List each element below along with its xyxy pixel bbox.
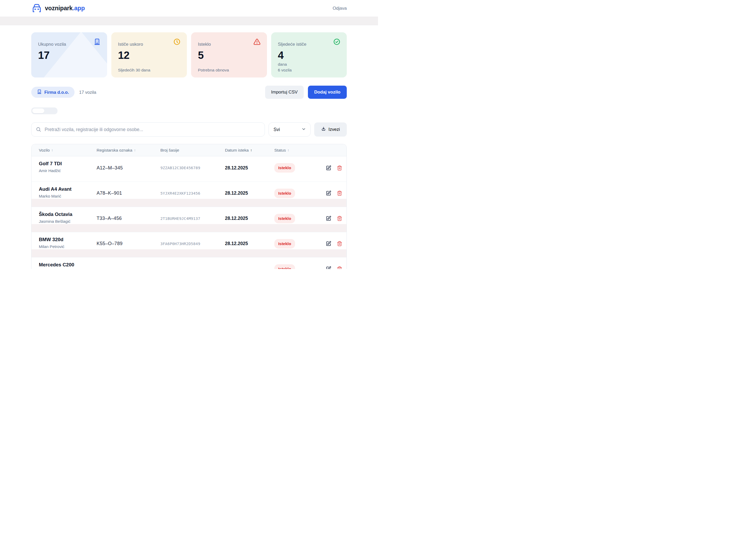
vehicle-name: Audi A4 Avant bbox=[39, 186, 97, 192]
check-circle-icon bbox=[333, 38, 341, 45]
column-header[interactable]: Datum isteka ↑ bbox=[225, 148, 274, 153]
status-filter-value: Svi bbox=[273, 127, 280, 133]
sort-asc-icon: ↑ bbox=[287, 148, 289, 152]
sort-asc-icon: ↑ bbox=[250, 148, 252, 152]
stat-card: Ukupno vozila 17 bbox=[31, 32, 107, 78]
stat-unit: dana bbox=[278, 62, 340, 67]
column-header[interactable]: Broj šasije ↑ bbox=[161, 148, 225, 153]
tab-kalendar[interactable] bbox=[44, 108, 57, 113]
export-label: Izvezi bbox=[328, 127, 340, 132]
vin-number: 9ZZAB12C3DE456789 bbox=[161, 166, 225, 170]
stat-label: Isteklo bbox=[198, 42, 260, 47]
delete-button[interactable] bbox=[336, 241, 343, 247]
owner-name: Amir Hadžić bbox=[39, 168, 97, 173]
status-badge: Isteklo bbox=[274, 214, 295, 223]
edit-button[interactable] bbox=[325, 165, 332, 171]
view-tabs bbox=[31, 107, 58, 114]
logout-link[interactable]: Odjava bbox=[333, 6, 347, 11]
column-label: Broj šasije bbox=[161, 148, 179, 153]
table-row[interactable]: Škoda Octavia Jasmina Bešlagić T33–A–456… bbox=[31, 207, 347, 232]
edit-button[interactable] bbox=[325, 241, 332, 247]
company-chip[interactable]: Firma d.o.o. bbox=[31, 87, 74, 98]
expiry-date: 28.12.2025 bbox=[225, 190, 274, 196]
vehicle-name: BMW 320d bbox=[39, 237, 97, 242]
column-header[interactable]: Registarska oznaka ↑ bbox=[97, 148, 161, 153]
edit-button[interactable] bbox=[325, 190, 332, 196]
delete-button[interactable] bbox=[336, 266, 343, 269]
brand-name: voznipark.app bbox=[45, 5, 85, 12]
stat-label: Ukupno vozila bbox=[38, 42, 100, 47]
building-icon bbox=[93, 38, 101, 45]
column-label: Vozilo bbox=[39, 148, 50, 153]
header-divider-band bbox=[0, 17, 378, 25]
vehicle-name: Golf 7 TDI bbox=[39, 161, 97, 167]
vehicle-count: 17 vozila bbox=[79, 90, 96, 95]
owner-name: Jasmina Bešlagić bbox=[39, 219, 97, 224]
vin-number: 3FA6P0H73HR2D5849 bbox=[161, 242, 225, 246]
edit-button[interactable] bbox=[325, 266, 332, 269]
stat-subtext: 6 vozila bbox=[278, 68, 292, 73]
table-body: Golf 7 TDI Amir Hadžić A12–M–345 9ZZAB12… bbox=[31, 156, 347, 269]
vin-number: 2T1BURHE9JC4M9137 bbox=[161, 216, 225, 221]
column-header[interactable]: Status ↑ bbox=[274, 148, 321, 153]
brand-logo: voznipark.app bbox=[31, 3, 85, 14]
expiry-date: 28.12.2025 bbox=[225, 165, 274, 171]
stat-card: Ističe uskoro 12 Sljedećih 30 dana bbox=[111, 32, 187, 78]
owner-name: Marko Marić bbox=[39, 194, 97, 198]
delete-button[interactable] bbox=[336, 190, 343, 196]
add-vehicle-button[interactable]: Dodaj vozilo bbox=[308, 86, 347, 99]
plate-number: T33–A–456 bbox=[97, 216, 161, 221]
column-label: Datum isteka bbox=[225, 148, 249, 153]
stat-subtext: Sljedećih 30 dana bbox=[118, 68, 150, 73]
stats-cards: Ukupno vozila 17 Ističe uskoro 12 Sljede… bbox=[31, 32, 347, 78]
stat-subtext: Potrebna obnova bbox=[198, 68, 229, 73]
vehicles-table: Vozilo ↑ Registarska oznaka ↑ Broj šasij… bbox=[31, 144, 347, 269]
expiry-date: 28.12.2025 bbox=[225, 241, 274, 246]
delete-button[interactable] bbox=[336, 165, 343, 171]
column-label: Status bbox=[274, 148, 286, 153]
app-header: voznipark.app Odjava bbox=[0, 0, 378, 17]
table-row[interactable]: Audi A4 Avant Marko Marić A78–K–901 5YJX… bbox=[31, 182, 347, 207]
stat-value: 5 bbox=[198, 49, 260, 61]
chevron-down-icon bbox=[301, 127, 306, 133]
plate-number: A78–K–901 bbox=[97, 190, 161, 196]
owner-name: Milan Petrović bbox=[39, 244, 97, 249]
vehicle-name: Mercedes C200 bbox=[39, 262, 97, 268]
edit-button[interactable] bbox=[325, 215, 332, 222]
building-icon bbox=[37, 89, 42, 95]
stat-card: Isteklo 5 Potrebna obnova bbox=[191, 32, 267, 78]
column-label: Registarska oznaka bbox=[97, 148, 132, 153]
clock-icon bbox=[173, 38, 181, 45]
stat-value: 17 bbox=[38, 49, 100, 61]
plate-number: K55–O–789 bbox=[97, 241, 161, 246]
vehicle-name: Škoda Octavia bbox=[39, 211, 97, 217]
table-row[interactable]: BMW 320d Milan Petrović K55–O–789 3FA6P0… bbox=[31, 232, 347, 257]
table-row[interactable]: Mercedes C200 Isteklo bbox=[31, 257, 347, 269]
table-header-row: Vozilo ↑ Registarska oznaka ↑ Broj šasij… bbox=[31, 144, 347, 156]
plate-number: A12–M–345 bbox=[97, 165, 161, 171]
stat-value: 4 bbox=[278, 49, 340, 61]
sort-asc-icon: ↑ bbox=[134, 148, 136, 152]
status-filter-select[interactable]: Svi bbox=[268, 123, 310, 136]
company-name: Firma d.o.o. bbox=[44, 90, 69, 95]
sort-asc-icon: ↑ bbox=[51, 148, 53, 152]
search-box bbox=[31, 123, 265, 136]
search-input[interactable] bbox=[31, 123, 265, 136]
stat-card: Sljedeće ističe 4 dana 6 vozila bbox=[271, 32, 347, 78]
column-header[interactable]: Vozilo ↑ bbox=[31, 148, 97, 153]
tab-lista[interactable] bbox=[32, 108, 44, 113]
search-icon bbox=[36, 127, 41, 132]
vin-number: 5YJXR4E2XKF123456 bbox=[161, 191, 225, 195]
status-badge: Isteklo bbox=[274, 163, 295, 173]
table-row[interactable]: Golf 7 TDI Amir Hadžić A12–M–345 9ZZAB12… bbox=[31, 156, 347, 182]
status-badge: Isteklo bbox=[274, 239, 295, 248]
export-button[interactable]: Izvezi bbox=[314, 123, 347, 136]
status-badge: Isteklo bbox=[274, 188, 295, 198]
stat-label: Sljedeće ističe bbox=[278, 42, 340, 47]
expiry-date: 28.12.2025 bbox=[225, 216, 274, 221]
delete-button[interactable] bbox=[336, 215, 343, 222]
warning-triangle-icon bbox=[253, 38, 261, 45]
import-csv-button[interactable]: Importuj CSV bbox=[265, 86, 304, 99]
download-icon bbox=[321, 126, 326, 133]
stat-value: 12 bbox=[118, 49, 180, 61]
